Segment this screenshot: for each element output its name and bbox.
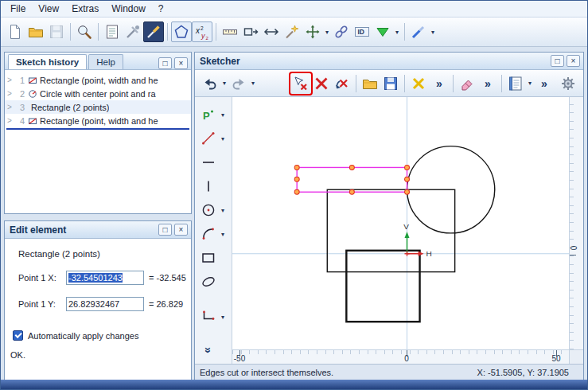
- id-tool-button[interactable]: ID: [352, 21, 372, 42]
- chevron-more-icon: »: [541, 78, 547, 89]
- more-draw-tools-button[interactable]: »: [198, 340, 219, 361]
- point1x-input[interactable]: -32.54501243: [66, 271, 144, 285]
- expand-icon[interactable]: >: [7, 103, 16, 111]
- history-row-2[interactable]: > 2 Circle with center point and ra: [5, 87, 191, 100]
- more-log-tools-button[interactable]: »: [534, 73, 555, 94]
- stretch-button[interactable]: [240, 21, 261, 42]
- menu-view[interactable]: View: [32, 2, 65, 16]
- toolbar-separator: [216, 23, 216, 41]
- eraser-button[interactable]: [457, 73, 477, 94]
- ellipse-tool-button[interactable]: [198, 271, 219, 292]
- line-tool-button[interactable]: [198, 128, 219, 149]
- new-document-button[interactable]: [5, 21, 25, 42]
- delete-element-button[interactable]: [311, 73, 332, 94]
- selection-handle[interactable]: [294, 165, 299, 170]
- expand-icon[interactable]: >: [7, 116, 16, 125]
- transform-button[interactable]: [302, 21, 323, 42]
- sketcher-mode-button[interactable]: [171, 21, 192, 42]
- arc-tool-dropdown[interactable]: ▾: [219, 231, 227, 238]
- sketcher-settings-button[interactable]: [558, 73, 578, 94]
- selection-handle[interactable]: [294, 189, 299, 194]
- selection-handle[interactable]: [349, 165, 354, 170]
- expand-icon[interactable]: >: [7, 89, 16, 98]
- save-document-button[interactable]: [46, 21, 67, 42]
- circle-tool-button[interactable]: [198, 200, 219, 220]
- rectangle-element-2[interactable]: [346, 251, 419, 322]
- undo-delete-button[interactable]: [332, 73, 352, 94]
- tab-sketch-history[interactable]: Sketch history: [8, 54, 87, 69]
- maximize-icon[interactable]: □: [158, 57, 172, 69]
- pen-settings-dropdown[interactable]: ▾: [429, 29, 437, 36]
- history-row-3-selected[interactable]: > 3 Rectangle (2 points): [5, 100, 191, 114]
- history-row-1[interactable]: > 1 Rectangle (point, width and he: [5, 73, 191, 87]
- vertical-line-tool-button[interactable]: [198, 176, 219, 197]
- svg-text:ID: ID: [358, 28, 365, 36]
- more-edit-tools-button[interactable]: »: [429, 73, 450, 94]
- sketch-log-dropdown[interactable]: ▾: [526, 80, 534, 87]
- load-sketch-button[interactable]: [360, 73, 380, 94]
- maximize-icon[interactable]: □: [158, 224, 172, 236]
- point-tool-dropdown[interactable]: ▾: [219, 111, 227, 119]
- selected-rectangle[interactable]: [297, 167, 407, 192]
- line-tool-dropdown[interactable]: ▾: [219, 135, 227, 142]
- circle-tool-row: ▾: [195, 198, 232, 222]
- selection-handle[interactable]: [405, 189, 410, 194]
- polyline-tool-button[interactable]: [198, 306, 219, 327]
- tools-button[interactable]: [123, 21, 143, 42]
- sketch-canvas-svg[interactable]: VH: [232, 97, 569, 349]
- circle-tool-dropdown[interactable]: ▾: [219, 207, 227, 214]
- redo-dropdown[interactable]: ▾: [249, 80, 257, 87]
- variables-button[interactable]: x2y2: [192, 21, 212, 42]
- measure-button[interactable]: [220, 21, 240, 42]
- point-tool-button[interactable]: P: [198, 104, 219, 125]
- rectangle-tool-button[interactable]: [198, 248, 219, 268]
- arc-tool-button[interactable]: [198, 224, 219, 244]
- sketch-log-button[interactable]: [505, 73, 526, 94]
- menu-file[interactable]: File: [4, 2, 32, 16]
- filter-button[interactable]: [372, 21, 393, 42]
- more-eraser-tools-button[interactable]: »: [477, 73, 498, 94]
- report-button[interactable]: [102, 21, 123, 42]
- svg-text:P: P: [203, 110, 210, 122]
- discard-sketch-button[interactable]: [408, 73, 429, 94]
- resize-button[interactable]: [261, 21, 282, 42]
- redo-button[interactable]: [228, 73, 249, 94]
- canvas-area[interactable]: VH: [232, 97, 569, 349]
- menu-window[interactable]: Window: [105, 2, 152, 16]
- link-button[interactable]: [331, 21, 352, 42]
- point1y-result: = 26.829: [149, 299, 183, 309]
- close-icon[interactable]: ×: [567, 55, 580, 67]
- expand-icon[interactable]: >: [7, 76, 16, 84]
- selection-handle[interactable]: [349, 189, 354, 194]
- magic-wand-button[interactable]: [282, 21, 302, 42]
- selection-handle[interactable]: [405, 177, 410, 181]
- point1y-input[interactable]: 26.82932467: [66, 297, 144, 311]
- edit-tools-button[interactable]: [143, 21, 164, 42]
- menu-extras[interactable]: Extras: [65, 2, 105, 16]
- delete-selected-button[interactable]: [290, 73, 311, 94]
- selection-handle[interactable]: [294, 177, 299, 181]
- save-sketch-button[interactable]: [380, 73, 401, 94]
- auto-apply-row: Automatically apply changes: [13, 330, 191, 341]
- open-document-button[interactable]: [25, 21, 46, 42]
- transform-dropdown[interactable]: ▾: [323, 29, 331, 36]
- selection-handle[interactable]: [405, 165, 410, 170]
- tab-help[interactable]: Help: [88, 54, 123, 69]
- filter-dropdown[interactable]: ▾: [393, 29, 401, 36]
- check-icon: [14, 331, 21, 338]
- polyline-tool-dropdown[interactable]: ▾: [219, 314, 227, 321]
- horizontal-line-tool-button[interactable]: [198, 152, 219, 173]
- menu-help[interactable]: ?: [152, 2, 170, 16]
- undo-button[interactable]: [200, 73, 220, 94]
- zoom-button[interactable]: [74, 21, 95, 42]
- point1y-row: Point 1 Y: 26.82932467 = 26.829: [18, 297, 191, 311]
- maximize-icon[interactable]: □: [551, 55, 564, 67]
- undo-dropdown[interactable]: ▾: [220, 80, 228, 87]
- close-icon[interactable]: ×: [174, 224, 188, 236]
- history-row-4[interactable]: > 4 Rectangle (point, width and he: [5, 114, 191, 127]
- more-draw-tools-row: »: [195, 338, 232, 362]
- close-icon[interactable]: ×: [174, 57, 188, 69]
- auto-apply-checkbox[interactable]: [13, 330, 23, 341]
- pen-settings-button[interactable]: [408, 21, 429, 42]
- svg-text:x: x: [195, 26, 201, 35]
